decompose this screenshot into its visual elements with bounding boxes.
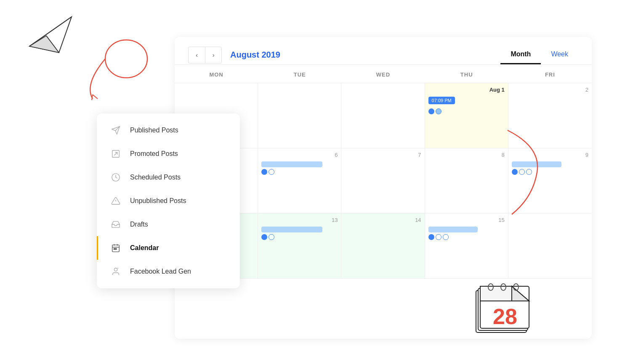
cell-date-8: 8 bbox=[428, 152, 505, 158]
social-icons-13 bbox=[261, 234, 338, 240]
time-badge: 07:09 PM bbox=[428, 97, 455, 104]
social-icon bbox=[443, 234, 449, 240]
sidebar-item-calendar[interactable]: Calendar bbox=[97, 236, 240, 260]
table-row[interactable]: 14 bbox=[341, 214, 425, 279]
calendar-header: ‹ › August 2019 Month Week bbox=[175, 37, 592, 65]
sidebar-item-scheduled-posts[interactable]: Scheduled Posts bbox=[97, 166, 240, 189]
svg-point-20 bbox=[114, 268, 117, 271]
sidebar-item-published-posts-label: Published Posts bbox=[130, 127, 178, 134]
table-row[interactable]: 6 bbox=[258, 148, 341, 214]
sidebar-item-facebook-lead-gen[interactable]: Facebook Lead Gen bbox=[97, 260, 240, 283]
cell-date-7: 7 bbox=[345, 152, 421, 158]
social-icon bbox=[269, 234, 274, 240]
day-headers: MON TUE WED THU FRI bbox=[175, 65, 592, 83]
sidebar-item-drafts[interactable]: Drafts bbox=[97, 213, 240, 236]
svg-line-6 bbox=[93, 95, 98, 99]
inbox-icon bbox=[110, 219, 122, 230]
tab-month[interactable]: Month bbox=[500, 45, 541, 64]
day-header-mon: MON bbox=[175, 65, 258, 83]
person-icon bbox=[110, 266, 122, 277]
warning-icon bbox=[110, 195, 122, 207]
next-month-button[interactable]: › bbox=[205, 47, 222, 63]
table-row[interactable]: 13 bbox=[258, 214, 341, 279]
cell-date-13: 13 bbox=[261, 217, 338, 223]
calendar-title: August 2019 bbox=[230, 50, 280, 60]
social-icon bbox=[261, 169, 267, 175]
sidebar-item-unpublished-posts[interactable]: Unpublished Posts bbox=[97, 189, 240, 213]
tab-week[interactable]: Week bbox=[541, 45, 578, 64]
social-icon-2 bbox=[436, 108, 441, 114]
cell-date-2: 2 bbox=[512, 87, 588, 93]
clock-icon bbox=[110, 171, 122, 183]
social-icon bbox=[261, 234, 267, 240]
svg-rect-18 bbox=[114, 248, 115, 250]
post-bar bbox=[428, 227, 478, 232]
social-icons-15 bbox=[428, 234, 505, 240]
table-row[interactable]: Aug 1 07:09 PM bbox=[425, 83, 508, 148]
cell-date-14: 14 bbox=[345, 217, 421, 223]
red-circle-decoration bbox=[76, 34, 160, 101]
sidebar-item-facebook-lead-gen-label: Facebook Lead Gen bbox=[130, 268, 191, 275]
social-icon bbox=[269, 169, 274, 175]
sidebar-item-drafts-label: Drafts bbox=[130, 221, 148, 228]
social-icons-6 bbox=[261, 169, 338, 175]
svg-text:28: 28 bbox=[493, 304, 517, 329]
svg-line-10 bbox=[114, 152, 117, 155]
svg-rect-19 bbox=[115, 248, 117, 250]
table-row[interactable]: 7 bbox=[341, 148, 425, 214]
day-header-wed: WED bbox=[341, 65, 425, 83]
sidebar-item-unpublished-posts-label: Unpublished Posts bbox=[130, 197, 186, 205]
arrow-up-right-icon bbox=[110, 148, 122, 160]
svg-point-4 bbox=[105, 40, 147, 78]
post-bar bbox=[261, 161, 322, 167]
social-icon bbox=[436, 234, 441, 240]
svg-line-5 bbox=[92, 95, 93, 100]
sidebar-item-published-posts[interactable]: Published Posts bbox=[97, 119, 240, 142]
calendar-notebook-decoration: 28 bbox=[470, 265, 535, 339]
svg-marker-1 bbox=[29, 36, 59, 53]
sidebar-menu: Published Posts Promoted Posts Scheduled… bbox=[97, 113, 240, 288]
send-icon bbox=[110, 124, 122, 136]
sidebar-item-promoted-posts[interactable]: Promoted Posts bbox=[97, 142, 240, 166]
social-icon-1 bbox=[428, 108, 434, 114]
day-header-tue: TUE bbox=[258, 65, 341, 83]
right-arc-decoration bbox=[499, 126, 545, 219]
day-header-fri: FRI bbox=[508, 65, 592, 83]
table-row[interactable] bbox=[258, 83, 341, 148]
sidebar-item-promoted-posts-label: Promoted Posts bbox=[130, 150, 178, 158]
sidebar-item-calendar-label: Calendar bbox=[130, 244, 159, 252]
social-icons-aug1 bbox=[428, 108, 505, 114]
prev-month-button[interactable]: ‹ bbox=[188, 47, 205, 63]
social-icon bbox=[428, 234, 434, 240]
calendar-nav: ‹ › bbox=[188, 47, 222, 63]
table-row[interactable] bbox=[341, 83, 425, 148]
view-tabs: Month Week bbox=[500, 45, 578, 64]
table-row[interactable]: 8 bbox=[425, 148, 508, 214]
day-header-thu: THU bbox=[425, 65, 508, 83]
paper-plane-decoration bbox=[25, 13, 76, 55]
calendar-icon bbox=[110, 242, 122, 254]
cell-date-15: 15 bbox=[428, 217, 505, 223]
post-bar bbox=[261, 227, 322, 232]
cell-date-aug1: Aug 1 bbox=[428, 87, 505, 93]
cell-date-6: 6 bbox=[261, 152, 338, 158]
sidebar-item-scheduled-posts-label: Scheduled Posts bbox=[130, 174, 181, 181]
